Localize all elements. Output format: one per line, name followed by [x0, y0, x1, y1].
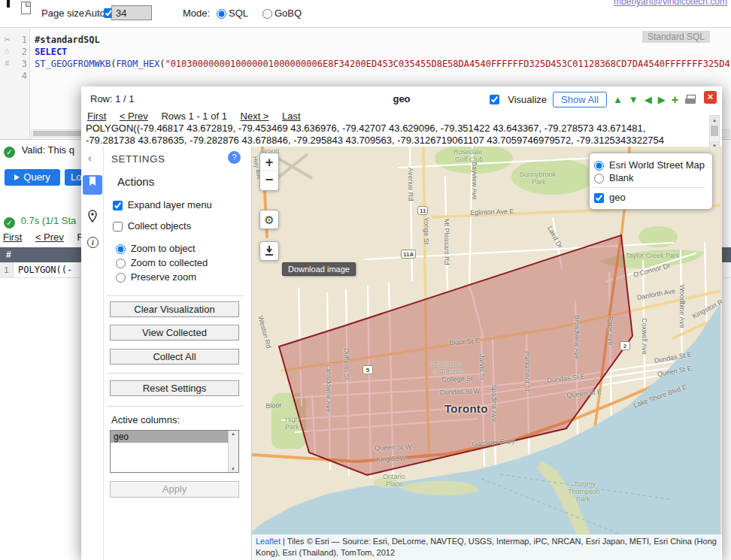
divider	[107, 373, 244, 374]
active-columns-listbox[interactable]: geo	[110, 430, 239, 473]
code-line-2: SELECT	[35, 46, 731, 58]
time-text: 0.7s (1/1 Sta	[21, 215, 77, 226]
info-icon[interactable]	[87, 237, 99, 248]
page-size-input[interactable]	[111, 5, 152, 20]
route-shield: 5	[362, 365, 373, 374]
gear-icon[interactable]: ⚙	[259, 210, 279, 229]
sidebar-rail: ‹	[81, 147, 104, 560]
prev-link[interactable]: < Prev	[120, 110, 148, 122]
mode-sql-radio[interactable]	[217, 9, 226, 19]
prev-link[interactable]: < Prev	[35, 232, 64, 243]
last-link[interactable]: Last	[282, 110, 301, 122]
code-line-3: ST_GEOGFROMWKB(FROM_HEX("010300000001000…	[35, 58, 731, 70]
overlay-option-geo[interactable]: geo	[594, 192, 705, 203]
query-button[interactable]: Query	[5, 169, 60, 186]
arrow-left-icon[interactable]	[645, 94, 652, 106]
clear-visualization-button[interactable]: Clear Visualization	[110, 301, 239, 317]
row-number-cell: 1	[0, 262, 14, 277]
screen: Page size: Auto Mode: SQL GoBQ mbenyant@…	[0, 0, 731, 560]
zoom-in-button[interactable]: +	[259, 153, 279, 172]
location-pin-icon[interactable]	[87, 210, 98, 225]
leaflet-map[interactable]: AirportHwy 400RosedaleGolf ClubSunnybroo…	[252, 147, 722, 560]
play-icon	[14, 174, 20, 180]
geo-viewer-modal: Row: 1 / 1 geo Visualize Show All First …	[81, 86, 722, 560]
active-columns-label: Active columns:	[111, 414, 180, 425]
results-pagination: First < Prev R	[3, 232, 84, 243]
route-shield: 2	[620, 341, 630, 350]
modal-pagination: First < Prev Rows 1 - 1 of 1 Next > Last	[87, 110, 311, 122]
collect-all-button[interactable]: Collect All	[110, 349, 239, 365]
mode-sql-label: SQL	[229, 8, 248, 19]
layers-control: Esri World Street Map Blank geo	[589, 153, 713, 210]
download-icon	[263, 245, 275, 257]
divider	[107, 406, 244, 407]
dialect-badge: Standard SQL	[642, 31, 710, 43]
divider	[107, 295, 244, 296]
listbox-scrollbar[interactable]	[228, 431, 238, 472]
user-email-link[interactable]: mbenyant@vindicotech.com	[614, 0, 727, 7]
tooltip: Download image	[282, 262, 356, 276]
first-link[interactable]: First	[87, 110, 106, 122]
zoom-to-object-radio[interactable]: Zoom to object	[116, 243, 196, 254]
line-number: 2	[11, 46, 27, 58]
list-item-geo[interactable]: geo	[111, 431, 228, 443]
mode-gobq-label: GoBQ	[275, 8, 302, 19]
modal-header-controls: Visualize Show All	[490, 92, 696, 107]
arrow-right-icon[interactable]	[658, 94, 666, 106]
divider	[594, 187, 705, 188]
expand-layer-menu-checkbox[interactable]: Expand layer menu	[113, 199, 212, 210]
done-check-icon	[4, 217, 15, 229]
route-shield: 11	[417, 206, 428, 215]
show-all-button[interactable]: Show All	[553, 92, 607, 107]
settings-header: SETTINGS	[111, 153, 165, 165]
collect-objects-checkbox[interactable]: Collect objects	[113, 220, 191, 232]
settings-panel: SETTINGS Actions Expand layer menu Colle…	[104, 147, 252, 560]
map-attribution: Leaflet | Tiles © Esri — Source: Esri, D…	[252, 534, 722, 560]
reset-settings-button[interactable]: Reset Settings	[110, 380, 239, 396]
new-page-icon[interactable]	[21, 2, 31, 14]
basemap-option-esri[interactable]: Esri World Street Map	[594, 159, 705, 171]
visualize-label: Visualize	[508, 94, 547, 105]
editor-gutter: ✂ ☆ # 1 2 3 4	[0, 28, 30, 139]
city-label: Toronto	[444, 402, 488, 415]
lock-icon	[5, 0, 16, 7]
valid-check-icon	[4, 147, 15, 158]
line-number: 4	[11, 70, 27, 82]
help-icon[interactable]	[228, 151, 241, 164]
route-shield: 11A	[401, 250, 416, 259]
page-size-label: Page size:	[41, 8, 87, 19]
visualize-checkbox[interactable]	[490, 95, 499, 104]
next-link[interactable]: Next >	[241, 110, 269, 122]
map-settings-tab[interactable]	[83, 175, 102, 195]
wkt-text-line2: -79.281738 43.678635, -79.282876 43.6788…	[86, 135, 704, 147]
bookmark-icon	[86, 175, 99, 187]
preserve-zoom-radio[interactable]: Preserve zoom	[116, 271, 196, 283]
apply-button[interactable]: Apply	[110, 481, 239, 498]
line-number: 3	[11, 58, 27, 70]
line-number: 1	[11, 34, 27, 46]
rows-info: Rows 1 - 1 of 1	[161, 110, 226, 122]
wkt-text-line1: POLYGON((-79.46817 43.672819, -79.453469…	[86, 123, 704, 135]
download-image-button[interactable]	[259, 241, 279, 261]
close-icon[interactable]	[704, 91, 717, 104]
arrow-down-icon[interactable]	[629, 94, 638, 106]
zoom-out-button[interactable]: −	[259, 171, 279, 191]
code-line-1: #standardSQL	[35, 34, 731, 46]
valid-text: Valid: This q	[22, 144, 74, 156]
actions-header: Actions	[117, 175, 154, 188]
wkt-scrollbar[interactable]	[709, 115, 720, 151]
first-link[interactable]: First	[3, 232, 22, 243]
mode-gobq-radio[interactable]	[262, 9, 272, 19]
view-collected-button[interactable]: View Collected	[110, 325, 239, 341]
leaflet-link[interactable]: Leaflet	[256, 537, 281, 546]
zoom-to-collected-radio[interactable]: Zoom to collected	[116, 257, 208, 268]
row-value-cell: POLYGON((-	[18, 262, 72, 278]
print-icon[interactable]	[684, 94, 696, 106]
basemap-option-blank[interactable]: Blank	[594, 172, 705, 183]
attribution-text: | Tiles © Esri — Source: Esri, DeLorme, …	[256, 537, 717, 557]
app-toolbar: Page size: Auto Mode: SQL GoBQ mbenyant@…	[0, 0, 731, 27]
expand-icon[interactable]	[672, 94, 678, 106]
scroll-up-icon	[710, 116, 719, 125]
collapse-chevron-icon[interactable]: ‹	[88, 151, 92, 164]
arrow-up-icon[interactable]	[613, 94, 623, 106]
